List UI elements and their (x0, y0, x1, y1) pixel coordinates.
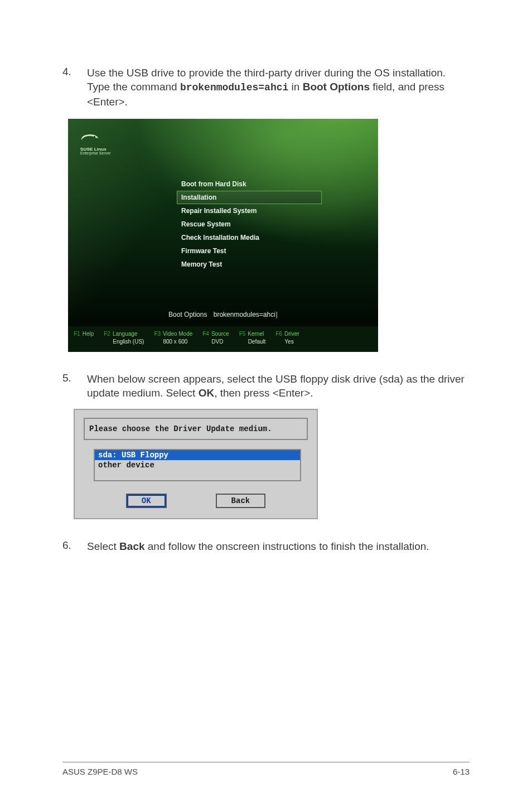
footer-left: ASUS Z9PE-D8 WS (62, 767, 138, 776)
dialog-title: Please choose the Driver Update medium. (89, 424, 302, 433)
fkey: F3 (154, 331, 161, 337)
fkey-label: Video Mode (163, 331, 192, 337)
f1-help[interactable]: F1Help (74, 331, 94, 339)
step-number: 4. (62, 66, 87, 109)
command-text: brokenmodules=ahci (180, 82, 288, 93)
dialog-option[interactable]: other device (95, 460, 300, 470)
fkey-label: Kernel (248, 331, 264, 337)
dialog-option-list: sda: USB Floppy other device (94, 449, 301, 481)
fkey-value: English (US) (113, 339, 144, 345)
ok-button[interactable]: OK (126, 494, 167, 508)
f4-source[interactable]: F4Source DVD (202, 331, 229, 345)
boot-options-row: Boot Options brokenmodules=ahci (68, 311, 378, 318)
suse-boot-screen: SUSE Linux Enterprise Server Boot from H… (68, 119, 378, 352)
footer-right: 6-13 (453, 767, 470, 776)
step-4: 4. Use the USB drive to provide the thir… (62, 66, 470, 109)
step-number: 6. (62, 539, 87, 553)
fkey-value: DVD (211, 339, 223, 345)
boot-menu: Boot from Hard Disk Installation Repair … (177, 177, 322, 271)
step-text: When below screen appears, select the US… (87, 372, 470, 400)
boot-menu-item[interactable]: Rescue System (177, 218, 322, 231)
boot-menu-item[interactable]: Check Installation Media (177, 231, 322, 244)
back-button[interactable]: Back (216, 494, 266, 508)
dialog-buttons: OK Back (79, 486, 312, 514)
boot-options-label: Boot Options (168, 311, 207, 318)
boot-menu-item[interactable]: Repair Installed System (177, 204, 322, 218)
brand-line-2: Enterprise Server (80, 151, 110, 155)
fkey-value: 800 x 600 (163, 339, 187, 345)
fkey-value: Default (248, 339, 266, 345)
dialog-option-selected[interactable]: sda: USB Floppy (95, 450, 300, 460)
text: , then press <Enter>. (214, 387, 313, 399)
text: Select (87, 540, 119, 552)
text: and follow the onscreen instructions to … (145, 540, 429, 552)
function-key-bar: F1Help F2Language English (US) F3Video M… (68, 326, 378, 352)
f2-language[interactable]: F2Language English (US) (104, 331, 144, 345)
f5-kernel[interactable]: F5Kernel Default (239, 331, 266, 345)
boot-menu-item-selected[interactable]: Installation (177, 191, 322, 204)
boot-menu-item[interactable]: Boot from Hard Disk (177, 177, 322, 191)
fkey: F2 (104, 331, 110, 337)
boot-menu-item[interactable]: Firmware Test (177, 244, 322, 258)
fkey-value: Yes (284, 339, 293, 345)
suse-logo: SUSE Linux Enterprise Server (80, 131, 110, 155)
step-6: 6. Select Back and follow the onscreen i… (62, 539, 470, 553)
step-text: Select Back and follow the onscreen inst… (87, 539, 429, 553)
bold-text: OK (199, 387, 215, 399)
fkey: F4 (202, 331, 209, 337)
page-footer: ASUS Z9PE-D8 WS 6-13 (62, 762, 470, 776)
bold-text: Boot Options (303, 81, 370, 93)
fkey-label: Language (113, 331, 138, 337)
gecko-icon (80, 131, 99, 143)
step-text: Use the USB drive to provide the third-p… (87, 66, 470, 109)
fkey-label: Source (211, 331, 229, 337)
boot-menu-item[interactable]: Memory Test (177, 258, 322, 271)
step-number: 5. (62, 372, 87, 400)
f3-video-mode[interactable]: F3Video Mode 800 x 600 (154, 331, 192, 345)
svg-point-0 (94, 136, 95, 138)
dialog-title-box: Please choose the Driver Update medium. (84, 418, 308, 440)
fkey: F1 (74, 331, 80, 337)
text: in (288, 81, 302, 93)
fkey-label: Driver (284, 331, 299, 337)
f6-driver[interactable]: F6Driver Yes (275, 331, 299, 345)
step-5: 5. When below screen appears, select the… (62, 372, 470, 400)
bold-text: Back (119, 540, 144, 552)
fkey: F6 (275, 331, 282, 337)
boot-options-value[interactable]: brokenmodules=ahci (214, 311, 278, 318)
fkey: F5 (239, 331, 246, 337)
fkey-label: Help (83, 331, 94, 337)
driver-update-dialog: Please choose the Driver Update medium. … (74, 409, 318, 519)
